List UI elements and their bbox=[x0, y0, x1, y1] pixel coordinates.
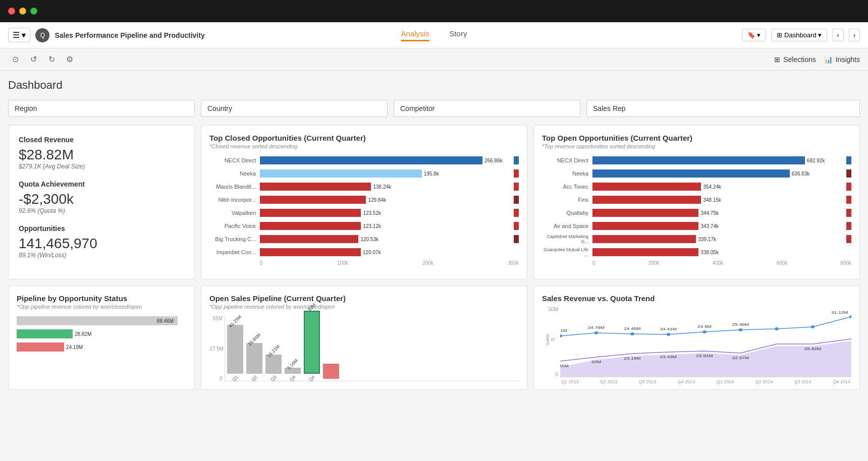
bar-fill bbox=[260, 169, 422, 178]
opportunities-label: Opportunities bbox=[19, 224, 184, 233]
pipeline-value: 28.82M bbox=[75, 331, 91, 337]
sales-label: 23.43M bbox=[660, 355, 677, 359]
quota-pct: 92.6% (Quota %) bbox=[19, 207, 184, 214]
bar-label: NECX Direct bbox=[209, 157, 260, 163]
nav-back[interactable]: ‹ bbox=[832, 29, 843, 41]
insights-button[interactable]: 📊 Insights bbox=[824, 55, 860, 64]
bar-value: 129.84k bbox=[368, 197, 386, 203]
bottom-charts-row: Pipeline by Opportunity Status *Opp pipe… bbox=[8, 285, 860, 390]
col-bar-rose bbox=[323, 364, 339, 379]
dashboard-button[interactable]: ⊞ Dashboard ▾ bbox=[771, 29, 827, 41]
bar-value: 354.24k bbox=[703, 184, 721, 190]
table-row: Capitolnet Marketing G... 339.17k bbox=[542, 234, 851, 244]
bar-container: 136.24k bbox=[260, 182, 513, 192]
quota-dot bbox=[667, 333, 671, 336]
bar-container: 120.53k bbox=[260, 234, 513, 244]
top-open-chart: Top Open Opportunities (Current Quarter)… bbox=[533, 125, 860, 279]
open-sales-panel: Open Sales Pipeline (Current Quarter) *O… bbox=[201, 285, 527, 390]
sales-label: 28.82M bbox=[804, 347, 821, 351]
table-row: Valpatken 123.52k bbox=[209, 208, 519, 218]
pipeline-bar-track: 24.19M bbox=[17, 342, 186, 352]
opportunities-section: Opportunities 141,465,970 89.1% (Win/Los… bbox=[19, 224, 184, 259]
bar-value: 136.24k bbox=[373, 184, 391, 190]
bar-label: Air and Space bbox=[542, 223, 592, 229]
bar-fill bbox=[592, 196, 701, 204]
quota-label: 24.78M bbox=[588, 325, 605, 330]
top-closed-subtitle: *Closed revenue sorted descending bbox=[209, 143, 519, 149]
col-label: Q3 bbox=[269, 374, 278, 382]
dashboard-title: Dashboard bbox=[8, 79, 860, 92]
maximize-button[interactable] bbox=[30, 8, 37, 15]
bar-fill bbox=[592, 222, 698, 230]
table-row: NECX Direct 266.86k bbox=[209, 155, 519, 165]
country-filter[interactable]: Country bbox=[201, 100, 388, 117]
bar-label: Acc Tonec bbox=[542, 184, 592, 190]
nav-forward[interactable]: › bbox=[849, 29, 860, 41]
bar-value: 120.53k bbox=[360, 237, 378, 242]
filter-row: Region Country Competitor Sales Rep bbox=[8, 100, 860, 117]
selections-button[interactable]: ⊞ Selections bbox=[774, 55, 816, 64]
main-content: Dashboard Region Country Competitor Sale… bbox=[0, 71, 868, 461]
bar-fill bbox=[260, 248, 361, 256]
col-bar-wrap: 16.21M Q3 bbox=[265, 349, 282, 381]
top-open-bars: NECX Direct 682.92k Neeka 636.63k bbox=[542, 155, 851, 266]
top-open-title: Top Open Opportunities (Current Quarter) bbox=[542, 134, 851, 142]
bar-fill bbox=[260, 156, 482, 164]
salesrep-filter[interactable]: Sales Rep bbox=[586, 100, 860, 117]
toolbar-right: ⊞ Selections 📊 Insights bbox=[774, 55, 860, 64]
quota-dot bbox=[739, 328, 743, 331]
top-closed-bars: NECX Direct 266.86k Neeka 195.8k bbox=[209, 155, 519, 266]
open-sales-title: Open Sales Pipeline (Current Quarter) bbox=[209, 294, 519, 303]
col-bar-wrap: 53M Q4 bbox=[304, 305, 320, 381]
bar-value: 123.12k bbox=[363, 223, 381, 229]
table-row: Neeka 195.8k bbox=[209, 168, 519, 179]
side-bar bbox=[514, 183, 519, 191]
bar-fill bbox=[260, 209, 361, 217]
pipeline-title: Pipeline by Opportunity Status bbox=[17, 294, 186, 303]
hamburger-menu[interactable]: ☰ ▾ bbox=[8, 28, 30, 42]
redo-icon[interactable]: ↻ bbox=[44, 52, 59, 67]
search-icon[interactable]: ⊙ bbox=[8, 52, 22, 67]
trend-chart-area: 50M Sales Q... 0 bbox=[542, 307, 851, 377]
tab-story[interactable]: Story bbox=[449, 29, 467, 41]
nav-left: ☰ ▾ Q Sales Performance Pipeline and Pro… bbox=[8, 28, 205, 42]
bar-label: Big Trucking C... bbox=[209, 236, 260, 242]
quota-label: 24.46M bbox=[624, 326, 640, 331]
col-label: Q4 bbox=[289, 374, 297, 382]
table-row: 28.82M bbox=[17, 329, 186, 339]
bar-container: 338.05k bbox=[592, 247, 851, 257]
bar-value: 338.05k bbox=[700, 250, 719, 255]
bar-label: Guarantee Mutual Life ... bbox=[542, 247, 592, 257]
open-sales-subtitle: *Opp pipeline revenue colored by won/clo… bbox=[209, 304, 519, 310]
tab-analysis[interactable]: Analysis bbox=[401, 29, 429, 41]
bar-container: 123.12k bbox=[260, 221, 513, 231]
traffic-lights bbox=[8, 8, 37, 15]
bar-fill bbox=[260, 196, 366, 204]
bar-label: Neeka bbox=[209, 170, 260, 177]
col-label: Q2 bbox=[250, 374, 258, 382]
top-closed-chart: Top Closed Opportunities (Current Quarte… bbox=[201, 125, 527, 279]
closed-revenue-value: $28.82M bbox=[19, 147, 184, 163]
close-button[interactable] bbox=[8, 8, 15, 15]
top-closed-title: Top Closed Opportunities (Current Quarte… bbox=[209, 134, 519, 142]
y-axis-labels: 55M 27.5M 0 bbox=[209, 316, 225, 381]
competitor-filter[interactable]: Competitor bbox=[394, 100, 580, 117]
undo-icon[interactable]: ↺ bbox=[26, 52, 40, 67]
kpi-panel: Closed Revenue $28.82M $279.1K (Avg Deal… bbox=[8, 125, 195, 279]
minimize-button[interactable] bbox=[19, 8, 26, 15]
settings-icon[interactable]: ⚙ bbox=[63, 52, 77, 67]
trend-title: Sales Revenue vs. Quota Trend bbox=[542, 294, 851, 303]
bar-fill bbox=[592, 156, 805, 164]
bar-fill bbox=[592, 209, 698, 217]
bookmark-button[interactable]: 🔖 ▾ bbox=[742, 29, 767, 41]
region-filter[interactable]: Region bbox=[8, 100, 195, 117]
grid-icon: ⊞ bbox=[774, 55, 780, 64]
quota-label: 24.41M bbox=[660, 327, 677, 331]
bar-label: Imperdiet Con... bbox=[209, 249, 260, 255]
bar-container: 120.07k bbox=[260, 247, 519, 257]
side-bar bbox=[514, 222, 519, 230]
bar-value: 123.52k bbox=[363, 210, 381, 216]
pipeline-value: 24.19M bbox=[66, 344, 83, 350]
col-label: Q1 bbox=[231, 374, 239, 382]
nav-right: 🔖 ▾ ⊞ Dashboard ▾ ‹ › bbox=[742, 29, 860, 41]
